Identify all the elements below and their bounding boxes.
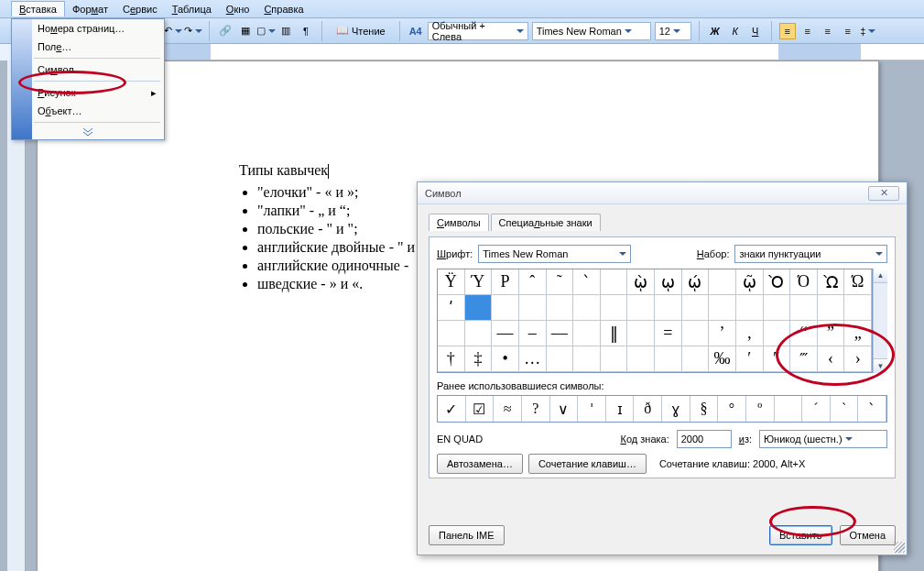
redo-icon[interactable]: ↷	[185, 23, 201, 39]
recent-symbol-cell[interactable]: ˋ	[858, 396, 886, 422]
menu-insert[interactable]: Вставка	[11, 1, 65, 16]
menu-item-page-numbers[interactable]: Номера страниц…	[12, 19, 164, 38]
menu-service[interactable]: Сервис	[115, 2, 165, 16]
symbol-cell[interactable]: ῷ	[736, 269, 764, 295]
symbol-cell[interactable]	[844, 295, 872, 321]
scroll-down-button[interactable]: ▼	[874, 358, 887, 373]
insert-button[interactable]: Вставить	[769, 525, 832, 545]
menu-item-field[interactable]: Поле…	[12, 38, 164, 56]
symbol-cell[interactable]: Ύ	[465, 269, 493, 295]
symbol-cell[interactable]: ῲ	[627, 269, 655, 295]
from-select[interactable]: Юникод (шестн.)	[759, 430, 887, 448]
symbol-cell[interactable]	[547, 295, 574, 321]
symbol-cell[interactable]: ‴	[790, 346, 818, 372]
symbol-cell[interactable]: Ὼ	[818, 269, 845, 295]
style-selector[interactable]: Обычный + Слева	[428, 22, 528, 40]
align-right-button[interactable]: ≡	[820, 23, 836, 39]
shortcut-button[interactable]: Сочетание клавиш…	[528, 454, 647, 474]
symbol-cell[interactable]: –	[519, 321, 547, 346]
recent-symbol-cell[interactable]: `	[831, 396, 859, 422]
symbol-cell[interactable]	[682, 346, 710, 372]
symbol-cell[interactable]: ῳ	[655, 269, 682, 295]
symbol-cell[interactable]	[736, 295, 764, 321]
recent-symbol-cell[interactable]: ɣ	[662, 396, 690, 422]
font-select[interactable]: Times New Roman	[478, 245, 631, 263]
size-selector[interactable]: 12	[655, 22, 691, 40]
recent-symbols-grid[interactable]: ✓☑≈?∨ˈɪðɣ§°º´`ˋ	[437, 395, 887, 423]
symbol-grid[interactable]: ΫΎΡˆ˜ˋῲῳῴῷῸΌῺΏʹ—–―‖=’‚“”„†‡•…‰′″‴‹›	[437, 269, 873, 373]
code-input[interactable]: 2000	[677, 430, 732, 448]
symbol-cell[interactable]	[818, 295, 845, 321]
italic-button[interactable]: К	[727, 23, 744, 39]
symbol-cell[interactable]: Ό	[790, 269, 818, 295]
symbol-cell[interactable]: ›	[844, 346, 872, 372]
grid-scrollbar[interactable]: ▲ ▼	[873, 269, 887, 373]
symbol-cell[interactable]	[627, 321, 655, 346]
recent-symbol-cell[interactable]: ´	[802, 396, 831, 422]
ime-panel-button[interactable]: Панель IME	[429, 525, 505, 545]
align-justify-button[interactable]: ≡	[840, 23, 856, 39]
symbol-cell[interactable]	[547, 346, 574, 372]
font-selector[interactable]: Times New Roman	[532, 22, 651, 40]
recent-symbol-cell[interactable]: ✓	[438, 396, 466, 422]
symbol-cell[interactable]	[790, 295, 818, 321]
symbol-cell[interactable]: ’	[709, 321, 736, 346]
symbol-cell[interactable]	[601, 269, 628, 295]
symbol-cell[interactable]	[709, 269, 736, 295]
symbol-cell[interactable]: ”	[818, 321, 845, 346]
symbol-cell[interactable]: ‡	[465, 346, 493, 372]
symbol-cell[interactable]	[627, 346, 655, 372]
symbol-cell[interactable]	[573, 321, 601, 346]
symbol-cell[interactable]	[465, 321, 493, 346]
recent-symbol-cell[interactable]: ð	[634, 396, 662, 422]
recent-symbol-cell[interactable]: ☑	[466, 396, 495, 422]
set-select[interactable]: знаки пунктуации	[734, 245, 887, 263]
symbol-cell[interactable]	[573, 295, 601, 321]
symbol-cell[interactable]: …	[519, 346, 547, 372]
recent-symbol-cell[interactable]: ∨	[550, 396, 579, 422]
menu-item-object[interactable]: Объект…	[12, 102, 164, 120]
symbol-cell[interactable]: Ώ	[844, 269, 872, 295]
close-button[interactable]: ✕	[868, 186, 899, 201]
link-icon[interactable]: 🔗	[217, 23, 234, 39]
menu-table[interactable]: Таблица	[165, 2, 219, 16]
symbol-cell[interactable]	[682, 321, 710, 346]
symbol-cell[interactable]: ‰	[709, 346, 736, 372]
symbol-cell[interactable]: ˜	[547, 269, 574, 295]
dialog-titlebar[interactable]: Символ ✕	[418, 182, 907, 204]
border-icon[interactable]: ▢	[257, 23, 274, 39]
symbol-cell[interactable]: ―	[547, 321, 574, 346]
recent-symbol-cell[interactable]: º	[746, 396, 775, 422]
cancel-button[interactable]: Отмена	[840, 525, 896, 545]
symbol-cell[interactable]: †	[438, 346, 465, 372]
symbol-cell[interactable]: Ϋ	[438, 269, 465, 295]
tab-special[interactable]: Специальные знаки	[491, 214, 601, 231]
symbol-cell[interactable]	[764, 321, 791, 346]
symbol-cell[interactable]: •	[492, 346, 519, 372]
line-spacing-button[interactable]: ‡	[860, 23, 876, 39]
recent-symbol-cell[interactable]	[775, 396, 803, 422]
style-icon[interactable]: A4	[408, 23, 424, 39]
reading-mode-button[interactable]: 📖 Чтение	[330, 22, 392, 40]
recent-symbol-cell[interactable]: °	[718, 396, 746, 422]
table-icon[interactable]: ▦	[237, 23, 254, 39]
symbol-cell[interactable]	[764, 295, 791, 321]
resize-grip[interactable]	[894, 542, 905, 553]
symbol-cell[interactable]: —	[492, 321, 519, 346]
symbol-cell[interactable]	[627, 295, 655, 321]
symbol-cell[interactable]	[519, 295, 547, 321]
symbol-cell[interactable]: Ρ	[492, 269, 519, 295]
pilcrow-icon[interactable]: ¶	[298, 23, 314, 39]
symbol-cell[interactable]	[709, 295, 736, 321]
menu-help[interactable]: Справка	[256, 2, 310, 16]
tab-symbols[interactable]: Символы	[429, 214, 489, 231]
symbol-cell[interactable]	[682, 295, 710, 321]
symbol-cell[interactable]	[573, 346, 601, 372]
recent-symbol-cell[interactable]: ≈	[494, 396, 522, 422]
menu-window[interactable]: Окно	[219, 2, 257, 16]
symbol-cell[interactable]: “	[790, 321, 818, 346]
symbol-cell[interactable]: ˆ	[519, 269, 547, 295]
symbol-cell[interactable]	[601, 295, 628, 321]
symbol-cell[interactable]: ῴ	[682, 269, 710, 295]
recent-symbol-cell[interactable]: ?	[522, 396, 550, 422]
